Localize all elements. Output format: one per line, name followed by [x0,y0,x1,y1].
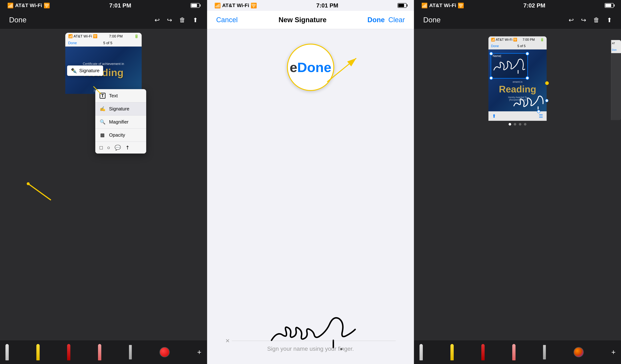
inner-list-btn[interactable]: ☰ [539,113,543,119]
left-ruler[interactable] [129,345,132,360]
mid-status-icons [397,3,407,8]
left-phone-area: 📶 AT&T Wi-Fi 🛜 7:00 PM 🔋 Done 5 of 5 Cer… [65,33,142,94]
sig-in-box [491,57,528,75]
right-undo-button[interactable]: ↩ [569,16,574,24]
mid-cancel-button[interactable]: Cancel [216,16,238,24]
right-done-button[interactable]: Done [423,16,441,24]
right-main: 📶 AT&T Wi-Fi 🛜 7:00 PM 🔋 Done 5 of 5 [414,29,621,340]
right-color-circle[interactable] [573,347,584,357]
opac-menu-icon: ▩ [100,132,105,138]
sign-x-mark: ✕ [225,338,230,344]
right-status-icons [605,3,614,8]
left-share-button[interactable]: ⬆ [193,16,198,24]
left-pen-yellow[interactable] [36,344,40,360]
left-battery-icon [190,3,200,8]
right-battery-fill [605,4,611,7]
dot-1 [509,123,511,125]
signature-callout[interactable]: ✒️ Signature [67,66,103,76]
handle-br[interactable] [526,76,529,80]
right-status-bar: 📶 AT&T Wi-Fi 🛜 7:02 PM [414,0,621,11]
mid-drawing-area: e Done ✕ Sign your name using [207,29,414,364]
menu-item-opacity-label: Opacity [109,132,125,138]
right-battery-icon [605,3,614,8]
mid-toolbar: Cancel New Signature Done Clear [207,11,414,29]
menu-item-signature[interactable]: ✍ Signature [95,103,146,116]
partial-phone-right: AT Don [611,40,621,120]
right-trash-button[interactable]: 🗑 [593,16,600,23]
right-phone-mockup: 📶 AT&T Wi-Fi 🛜 7:00 PM 🔋 Done 5 of 5 [488,36,547,128]
sig-selection-box[interactable]: Name| [491,53,528,79]
partial-phone-status: AT [611,40,621,47]
handle-right-mid[interactable] [545,99,549,102]
right-redo-button[interactable]: ↪ [581,16,586,24]
left-pen-red[interactable] [67,344,70,360]
signature-callout-label: Signature [79,68,100,73]
left-undo-button[interactable]: ↩ [155,16,160,24]
right-phone-area: 📶 AT&T Wi-Fi 🛜 7:00 PM 🔋 Done 5 of 5 [414,29,621,340]
right-pen-red[interactable] [481,344,485,360]
mid-toolbar-title: New Signature [278,16,327,24]
right-pen-pink[interactable] [512,344,516,360]
left-status-bar: 📶 AT&T Wi-Fi 🛜 7:01 PM [0,0,207,11]
right-ruler[interactable] [543,345,546,360]
mid-toolbar-right: Done Clear [367,16,405,24]
magnifier-circle: e Done [287,44,334,91]
menu-item-magnifier[interactable]: 🔍 Magnifier [95,116,146,129]
right-carrier: 📶 AT&T Wi-Fi 🛜 [421,2,464,9]
mid-done-button[interactable]: Done [367,16,385,24]
handle-tr[interactable] [526,52,529,55]
left-toolbar: Done ↩ ↪ 🗑 ⬆ [0,11,207,29]
mid-time: 7:01 PM [316,2,338,9]
right-inner-toolbar: Done 5 of 5 [488,43,547,50]
right-plus-button[interactable]: + [611,348,616,356]
speech-shape[interactable]: 💬 [115,145,121,151]
sign-line: ✕ [225,338,396,344]
left-plus-button[interactable]: + [197,348,201,356]
inner-share-btn[interactable]: ⬆ [492,113,496,119]
right-pen-white[interactable] [419,344,423,360]
mid-status-bar: 📶 AT&T Wi-Fi 🛜 7:01 PM [207,0,414,11]
signature-callout-icon: ✒️ [71,68,77,74]
left-redo-button[interactable]: ↪ [167,16,172,24]
handle-bl[interactable] [489,76,493,80]
mag-menu-icon: 🔍 [100,119,105,125]
right-toolbar-icons: ↩ ↪ 🗑 ⬆ [569,16,612,24]
left-trash-button[interactable]: 🗑 [179,16,186,23]
menu-item-signature-label: Signature [109,106,129,112]
menu-item-magnifier-label: Magnifier [109,119,129,125]
right-time: 7:02 PM [523,2,545,9]
menu-item-opacity[interactable]: ▩ Opacity [95,129,146,142]
mid-battery-fill [398,4,404,7]
shapes-row: □ ○ 💬 ↗ [95,142,146,154]
text-menu-icon: T [100,93,105,99]
left-time: 7:01 PM [109,2,131,9]
left-pen-white[interactable] [5,344,9,360]
left-battery-fill [191,4,197,7]
partial-phone-toolbar: Don [611,47,621,53]
page-dots [488,121,547,128]
left-toolbar-icons: ↩ ↪ 🗑 ⬆ [155,16,198,24]
magnifier-text: e Done [290,59,331,75]
left-color-circle[interactable] [159,347,170,357]
left-main: 📶 AT&T Wi-Fi 🛜 7:00 PM 🔋 Done 5 of 5 Cer… [0,29,207,340]
arrow-shape[interactable]: ↗ [124,144,131,151]
mid-carrier: 📶 AT&T Wi-Fi 🛜 [214,2,257,9]
left-pen-pink[interactable] [98,344,101,360]
dot-2 [514,123,516,125]
right-share-button[interactable]: ⬆ [607,16,612,24]
mid-battery-icon [397,3,407,8]
right-panel: 📶 AT&T Wi-Fi 🛜 7:02 PM Done ↩ ↪ 🗑 ⬆ [414,0,621,364]
left-done-button[interactable]: Done [9,16,27,24]
context-menu[interactable]: T Text ✍ Signature 🔍 Magnifier ▩ Opacity [95,89,146,154]
rect-shape[interactable]: □ [100,145,103,151]
mid-clear-button[interactable]: Clear [388,16,405,24]
right-pen-tray: + [414,340,621,364]
menu-item-text[interactable]: T Text [95,89,146,103]
right-pen-yellow[interactable] [450,344,454,360]
inner-phone-toolbar: Done 5 of 5 [65,40,142,47]
circle-shape[interactable]: ○ [107,145,110,151]
sig-on-cert-large [512,95,545,109]
dot-4 [524,123,526,125]
right-cert-reading: Reading [499,84,536,95]
left-panel: 📶 AT&T Wi-Fi 🛜 7:01 PM Done ↩ ↪ 🗑 ⬆ 📶 AT… [0,0,207,364]
